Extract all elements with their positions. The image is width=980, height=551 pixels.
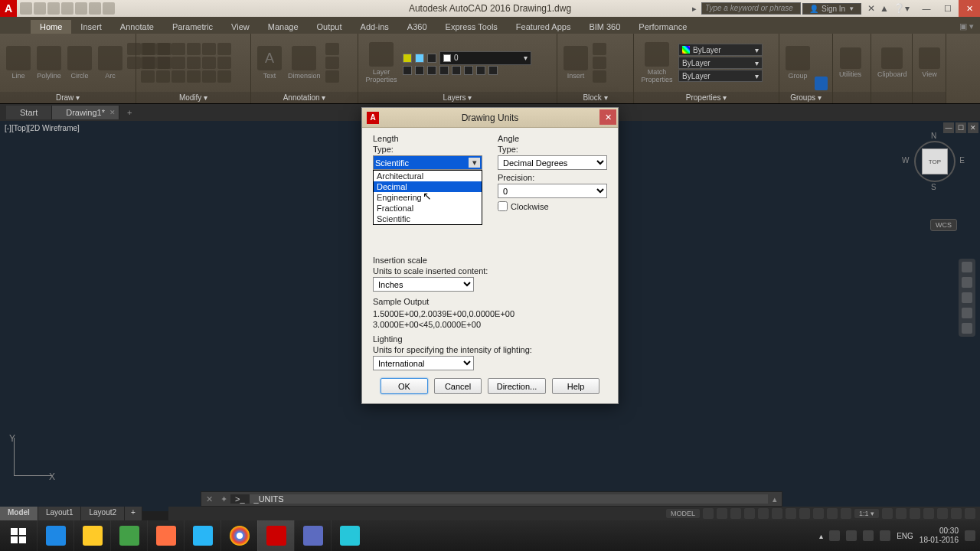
group-tool[interactable]: Group <box>784 44 812 81</box>
command-line[interactable]: ✕ ✦ >_ _UNITS ▴ <box>201 491 782 507</box>
minimize-button[interactable]: — <box>916 0 937 17</box>
arc-tool[interactable]: Arc <box>96 44 124 81</box>
status-lwt-icon[interactable] <box>813 508 824 519</box>
exchange-icon[interactable]: ✕ <box>867 3 875 14</box>
panel-block[interactable]: Block ▾ <box>557 92 633 103</box>
status-grid-icon[interactable] <box>703 508 714 519</box>
taskbar-app4[interactable] <box>331 520 368 551</box>
anno-extra[interactable] <box>325 43 339 83</box>
tab-manage[interactable]: Manage <box>259 20 308 34</box>
tab-layout2[interactable]: Layout2 <box>81 507 125 520</box>
cmdline-customize-icon[interactable]: ✦ <box>217 494 230 504</box>
tab-express[interactable]: Express Tools <box>436 20 507 34</box>
modify-tools[interactable] <box>141 43 231 83</box>
tab-view[interactable]: View <box>222 20 259 34</box>
text-tool[interactable]: AText <box>256 44 283 81</box>
viewcube[interactable]: N S E W TOP <box>908 135 962 188</box>
status-hardware-icon[interactable] <box>937 508 948 519</box>
tab-addins[interactable]: Add-ins <box>351 20 398 34</box>
help-button[interactable]: Help <box>552 378 599 394</box>
angle-precision-select[interactable]: 0 <box>498 184 607 198</box>
taskbar-autocad[interactable] <box>257 520 294 551</box>
taskbar-chrome[interactable] <box>220 520 257 551</box>
cmdline-history-icon[interactable]: ▴ <box>768 494 782 504</box>
taskbar-explorer[interactable] <box>74 520 110 551</box>
qat-plot-icon[interactable] <box>75 2 87 15</box>
status-dyn-icon[interactable] <box>799 508 810 519</box>
layer-properties-tool[interactable]: Layer Properties <box>363 41 400 85</box>
group-edit-icon[interactable] <box>815 77 828 90</box>
lineweight-combo[interactable]: ByLayer▾ <box>678 70 763 82</box>
layer-lock-icon[interactable] <box>427 54 436 63</box>
line-tool[interactable]: Line <box>5 44 32 81</box>
block-extra[interactable] <box>593 43 606 83</box>
panel-properties[interactable]: Properties ▾ <box>634 92 779 103</box>
taskbar-store[interactable] <box>110 520 147 551</box>
direction-button[interactable]: Direction... <box>488 378 546 394</box>
length-option-architectural[interactable]: Architectural <box>374 171 482 181</box>
taskbar-app1[interactable] <box>147 520 184 551</box>
vp-close-icon[interactable]: ✕ <box>968 122 978 133</box>
help-icon[interactable]: ❔▾ <box>893 3 910 14</box>
linetype-combo[interactable]: ByLayer▾ <box>678 57 763 69</box>
autocad-logo-icon[interactable]: A <box>0 0 17 17</box>
tab-layout1[interactable]: Layout1 <box>38 507 82 520</box>
viewport-label[interactable]: [-][Top][2D Wireframe] <box>5 124 80 132</box>
cmdline-close-icon[interactable]: ✕ <box>201 494 217 504</box>
dialog-close-button[interactable]: ✕ <box>599 109 616 125</box>
qat-redo-icon[interactable] <box>103 2 115 15</box>
qat-open-icon[interactable] <box>34 2 46 15</box>
status-isolate-icon[interactable] <box>923 508 934 519</box>
close-button[interactable]: ✕ <box>959 0 980 17</box>
tray-notifications-icon[interactable] <box>965 530 975 541</box>
status-cycling-icon[interactable] <box>841 508 851 519</box>
qat-saveas-icon[interactable] <box>61 2 74 15</box>
tab-performance[interactable]: Performance <box>629 20 696 34</box>
status-clean-icon[interactable] <box>951 508 962 519</box>
circle-tool[interactable]: Circle <box>66 44 93 81</box>
nav-wheel-icon[interactable] <box>962 262 972 272</box>
panel-layers[interactable]: Layers ▾ <box>358 92 557 103</box>
nav-zoom-icon[interactable] <box>962 292 972 303</box>
angle-type-select[interactable]: Decimal Degrees <box>498 155 607 170</box>
signin-button[interactable]: 👤Sign In▼ <box>802 3 861 15</box>
dialog-title-bar[interactable]: A Drawing Units ✕ <box>362 108 618 128</box>
panel-modify[interactable]: Modify ▾ <box>136 92 250 103</box>
tray-network-icon[interactable] <box>863 530 874 541</box>
tray-volume-icon[interactable] <box>880 530 890 541</box>
panel-groups[interactable]: Groups ▾ <box>779 92 832 103</box>
insertion-units-select[interactable]: Inches <box>373 277 474 292</box>
qat-dropdown-icon[interactable]: ▸ <box>689 4 700 14</box>
panel-annotation[interactable]: Annotation ▾ <box>251 92 358 103</box>
qat-save-icon[interactable] <box>47 2 60 15</box>
maximize-button[interactable]: ☐ <box>937 0 959 17</box>
viewbase-tool[interactable]: View <box>917 46 942 80</box>
layer-bulb-icon[interactable] <box>403 54 412 63</box>
length-option-engineering[interactable]: Engineering <box>374 192 482 203</box>
a360-icon[interactable]: ▲ <box>880 3 889 14</box>
panel-draw[interactable]: Draw ▾ <box>0 92 136 103</box>
tab-model[interactable]: Model <box>0 507 38 520</box>
nav-showmotion-icon[interactable] <box>962 323 972 334</box>
tab-parametric[interactable]: Parametric <box>163 20 222 34</box>
layer-freeze-icon[interactable] <box>415 54 424 63</box>
ribbon-overflow-icon[interactable]: ▣ ▾ <box>953 19 980 34</box>
layer-current-combo[interactable]: 0▾ <box>439 51 531 65</box>
clipboard-tool[interactable]: Clipboard <box>876 46 909 80</box>
tab-insert[interactable]: Insert <box>71 20 111 34</box>
length-option-scientific[interactable]: Scientific <box>374 214 482 224</box>
tab-annotate[interactable]: Annotate <box>111 20 163 34</box>
tray-icon-2[interactable] <box>846 530 857 541</box>
utilities-tool[interactable]: Utilities <box>838 46 863 80</box>
status-osnap-icon[interactable] <box>758 508 769 519</box>
add-layout-button[interactable]: + <box>125 507 142 520</box>
insert-tool[interactable]: Insert <box>562 44 590 81</box>
infocenter-search[interactable]: Type a keyword or phrase <box>701 2 801 15</box>
status-scale[interactable]: 1:1 ▾ <box>854 509 879 518</box>
lighting-units-select[interactable]: International <box>373 356 474 370</box>
length-type-select[interactable]: Scientific▾ <box>373 155 482 170</box>
status-transparency-icon[interactable] <box>827 508 838 519</box>
close-tab-icon[interactable]: ✕ <box>109 109 116 116</box>
status-annoscale-icon[interactable] <box>882 508 893 519</box>
qat-new-icon[interactable] <box>20 2 32 15</box>
